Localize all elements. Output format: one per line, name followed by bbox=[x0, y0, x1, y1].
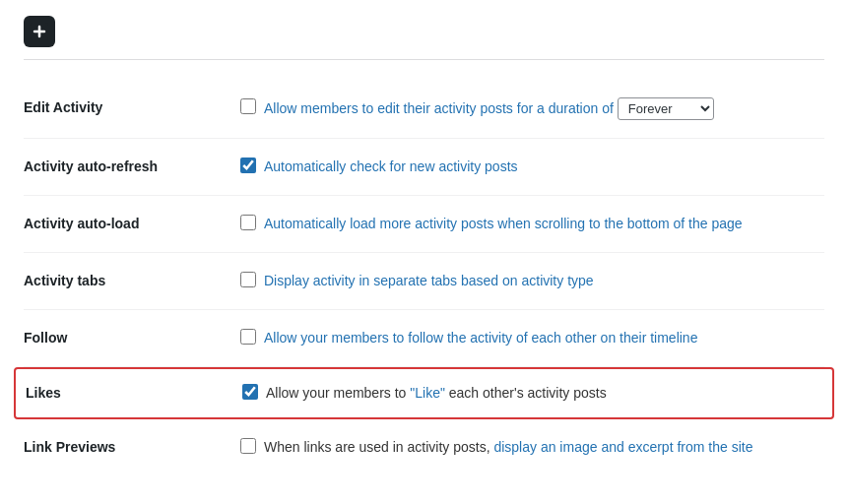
row-text-link-previews: When links are used in activity posts, d… bbox=[264, 437, 752, 458]
checkbox-activity-auto-load[interactable] bbox=[240, 215, 256, 230]
settings-list: Edit ActivityAllow members to edit their… bbox=[24, 80, 824, 475]
row-label-likes: Likes bbox=[26, 383, 242, 401]
row-label-edit-activity: Edit Activity bbox=[24, 97, 240, 115]
row-content-activity-tabs: Display activity in separate tabs based … bbox=[240, 271, 824, 291]
row-content-link-previews: When links are used in activity posts, d… bbox=[240, 437, 824, 458]
row-label-activity-auto-refresh: Activity auto-refresh bbox=[24, 157, 240, 174]
settings-row-activity-auto-refresh: Activity auto-refreshAutomatically check… bbox=[24, 139, 824, 196]
row-text-activity-tabs: Display activity in separate tabs based … bbox=[264, 271, 594, 291]
row-content-activity-auto-refresh: Automatically check for new activity pos… bbox=[240, 157, 824, 177]
settings-row-activity-auto-load: Activity auto-loadAutomatically load mor… bbox=[24, 196, 824, 253]
header-divider bbox=[24, 59, 824, 60]
row-content-follow: Allow your members to follow the activit… bbox=[240, 328, 824, 348]
checkbox-link-previews[interactable] bbox=[240, 438, 256, 454]
checkbox-edit-activity[interactable] bbox=[240, 98, 256, 114]
row-label-link-previews: Link Previews bbox=[24, 437, 240, 455]
settings-row-follow: FollowAllow your members to follow the a… bbox=[24, 310, 824, 367]
row-text-activity-auto-load: Automatically load more activity posts w… bbox=[264, 214, 743, 234]
activity-icon bbox=[24, 16, 55, 47]
settings-row-activity-tabs: Activity tabsDisplay activity in separat… bbox=[24, 253, 824, 310]
settings-row-link-previews: Link PreviewsWhen links are used in acti… bbox=[24, 419, 824, 475]
row-text-follow: Allow your members to follow the activit… bbox=[264, 328, 697, 348]
row-content-activity-auto-load: Automatically load more activity posts w… bbox=[240, 214, 824, 234]
settings-row-likes: LikesAllow your members to "Like" each o… bbox=[14, 367, 834, 419]
row-content-edit-activity: Allow members to edit their activity pos… bbox=[240, 97, 824, 120]
row-text-likes: Allow your members to "Like" each other'… bbox=[266, 383, 607, 404]
checkbox-likes[interactable] bbox=[242, 384, 258, 400]
row-text-activity-auto-refresh: Automatically check for new activity pos… bbox=[264, 157, 518, 177]
row-label-follow: Follow bbox=[24, 328, 240, 346]
checkbox-activity-auto-refresh[interactable] bbox=[240, 158, 256, 173]
row-text-edit-activity: Allow members to edit their activity pos… bbox=[264, 97, 714, 120]
checkbox-activity-tabs[interactable] bbox=[240, 272, 256, 287]
checkbox-follow[interactable] bbox=[240, 329, 256, 345]
row-label-activity-tabs: Activity tabs bbox=[24, 271, 240, 288]
row-label-activity-auto-load: Activity auto-load bbox=[24, 214, 240, 231]
duration-select[interactable]: Forever1 minute5 minutes15 minutes30 min… bbox=[618, 97, 714, 120]
settings-row-edit-activity: Edit ActivityAllow members to edit their… bbox=[24, 80, 824, 139]
row-content-likes: Allow your members to "Like" each other'… bbox=[242, 383, 822, 404]
page-header bbox=[24, 16, 824, 47]
page-container: Edit ActivityAllow members to edit their… bbox=[0, 0, 848, 504]
